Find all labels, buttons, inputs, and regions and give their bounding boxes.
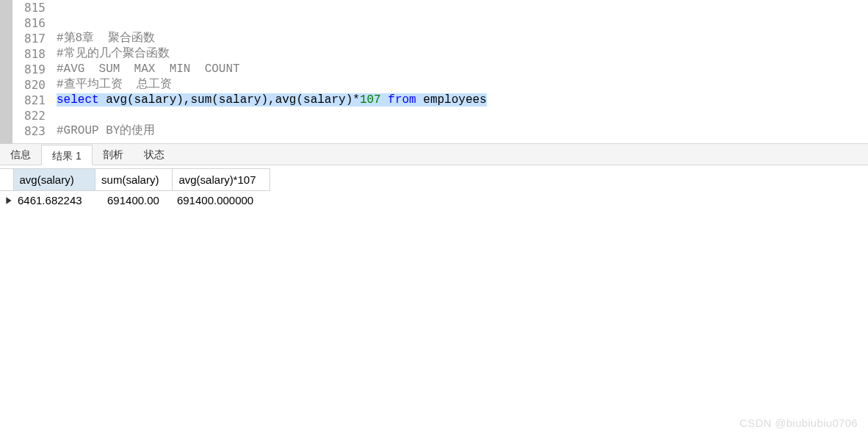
result-tab[interactable]: 状态 [134,144,175,165]
line-content[interactable]: select avg(salary),sum(salary),avg(salar… [57,93,868,108]
code-line[interactable]: 820#查平均工资 总工资 [12,77,868,93]
line-content[interactable] [57,108,868,123]
result-tabs-bar: 信息结果 1剖析状态 [0,143,868,165]
code-line[interactable]: 818#常见的几个聚合函数 [12,46,868,62]
line-content[interactable]: #常见的几个聚合函数 [57,46,868,62]
line-number: 817 [12,31,57,46]
cell[interactable]: 6461.682243 [13,191,95,210]
code-line[interactable]: 819#AVG SUM MAX MIN COUNT [12,62,868,77]
column-header[interactable]: avg(salary)*107 [173,169,270,191]
line-content[interactable]: #AVG SUM MAX MIN COUNT [57,62,868,77]
line-content[interactable] [57,0,868,15]
editor-scrollbar[interactable] [0,0,12,143]
line-content[interactable] [57,15,868,31]
code-editor[interactable]: 815816817#第8章 聚合函数818#常见的几个聚合函数819#AVG S… [12,0,868,143]
code-line[interactable]: 822 [12,108,868,123]
cell[interactable]: 691400.000000 [173,191,270,210]
line-content[interactable]: #查平均工资 总工资 [57,77,868,93]
result-tab[interactable]: 结果 1 [41,145,93,165]
line-number: 823 [12,123,57,139]
column-header[interactable]: avg(salary) [13,169,95,191]
result-tab[interactable]: 信息 [0,144,41,165]
line-number: 819 [12,62,57,77]
column-header[interactable]: sum(salary) [95,169,173,191]
code-line[interactable]: 823#GROUP BY的使用 [12,123,868,139]
code-line[interactable]: 817#第8章 聚合函数 [12,31,868,46]
result-tab[interactable]: 剖析 [93,144,134,165]
cell[interactable]: 691400.00 [95,191,173,210]
row-indicator-header [0,169,13,191]
results-panel: avg(salary)sum(salary)avg(salary)*107646… [0,168,868,209]
line-number: 820 [12,77,57,93]
line-number: 818 [12,46,57,62]
code-line[interactable]: 816 [12,15,868,31]
line-number: 821 [12,93,57,108]
row-indicator-icon [0,191,13,210]
results-table[interactable]: avg(salary)sum(salary)avg(salary)*107646… [0,168,270,209]
line-content[interactable]: #GROUP BY的使用 [57,123,868,139]
line-number: 822 [12,108,57,123]
line-content[interactable]: #第8章 聚合函数 [57,31,868,46]
code-line[interactable]: 815 [12,0,868,15]
editor-scrollbar-thumb[interactable] [0,0,12,143]
table-row[interactable]: 6461.682243691400.00691400.000000 [0,191,270,210]
code-line[interactable]: 821select avg(salary),sum(salary),avg(sa… [12,93,868,108]
selection-highlight: select avg(salary),sum(salary),avg(salar… [57,93,487,107]
watermark: CSDN @biubiubiu0706 [739,417,858,429]
line-number: 815 [12,0,57,15]
line-number: 816 [12,15,57,31]
